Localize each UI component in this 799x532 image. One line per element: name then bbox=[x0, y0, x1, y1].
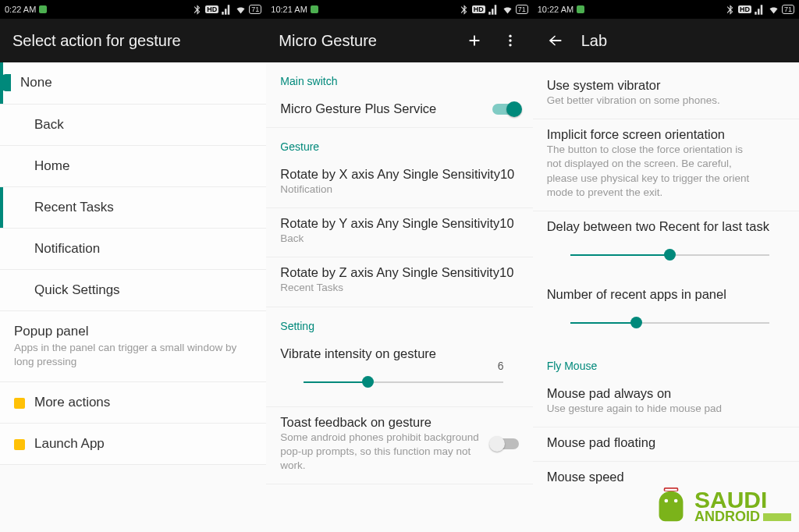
setting-label: Delay between two Recent for last task bbox=[547, 219, 785, 234]
signal-icon bbox=[754, 4, 765, 16]
list-item-label: Popup panel bbox=[14, 324, 252, 339]
status-app-badge bbox=[577, 5, 584, 13]
page-title: Select action for gesture bbox=[12, 32, 181, 50]
pane-lab: 10:22 AM HD 71 Lab Use system vibrator G… bbox=[533, 0, 799, 532]
mouse-pad-floating[interactable]: Mouse pad floating bbox=[533, 427, 799, 462]
overflow-button[interactable] bbox=[500, 30, 520, 51]
setting-label: Rotate by Y axis Any Single Sensitivity1… bbox=[280, 216, 518, 231]
list-item-label: None bbox=[20, 75, 252, 90]
gesture-y-axis[interactable]: Rotate by Y axis Any Single Sensitivity1… bbox=[266, 208, 532, 257]
mouse-speed[interactable]: Mouse speed bbox=[533, 462, 799, 495]
status-time: 10:21 AM bbox=[271, 5, 307, 14]
action-popup-panel[interactable]: Popup panel Apps in the panel can trigge… bbox=[0, 311, 266, 382]
more-vert-icon bbox=[502, 33, 518, 48]
signal-icon bbox=[221, 4, 233, 16]
mouse-pad-always-on[interactable]: Mouse pad always on Use gesture again to… bbox=[533, 378, 799, 427]
setting-sub: Use gesture again to hide mouse pad bbox=[547, 402, 758, 416]
section-gesture: Gesture bbox=[266, 128, 532, 159]
setting-sub: Recent Tasks bbox=[280, 281, 491, 295]
list-item-label: More actions bbox=[34, 395, 252, 410]
wifi-icon bbox=[235, 4, 247, 16]
setting-sub: Notification bbox=[280, 183, 491, 197]
action-back[interactable]: Back bbox=[0, 105, 266, 146]
delay-slider[interactable] bbox=[570, 245, 769, 265]
setting-sub: The button to close the force orientatio… bbox=[547, 143, 758, 200]
vibrate-slider[interactable]: 6 bbox=[304, 372, 502, 392]
action-recent-tasks[interactable]: Recent Tasks bbox=[0, 187, 266, 229]
setting-label: Mouse pad always on bbox=[547, 386, 785, 401]
titlebar: Select action for gesture bbox=[0, 19, 266, 62]
bluetooth-icon bbox=[191, 4, 203, 16]
vibrate-intensity[interactable]: Vibrate intensity on gesture 6 bbox=[266, 339, 532, 406]
setting-sub: Get better vibration on some phones. bbox=[547, 94, 758, 108]
micro-gesture-service-toggle[interactable]: Micro Gesture Plus Service bbox=[266, 94, 532, 128]
page-title: Micro Gesture bbox=[279, 32, 377, 50]
pane-action-select: 0:22 AM HD 71 Select action for gesture … bbox=[0, 0, 266, 532]
slider-thumb[interactable] bbox=[362, 376, 374, 388]
gesture-z-axis[interactable]: Rotate by Z axis Any Single Sensitivity1… bbox=[266, 257, 532, 307]
status-app-badge bbox=[311, 5, 318, 13]
list-item-label: Launch App bbox=[34, 436, 252, 452]
list-item-sub: Apps in the panel can trigger a small wi… bbox=[14, 341, 252, 369]
arrow-back-icon bbox=[547, 32, 564, 49]
list-item-label: Home bbox=[34, 158, 252, 174]
slider-fill bbox=[570, 322, 636, 324]
status-time: 10:22 AM bbox=[538, 5, 574, 14]
hd-icon: HD bbox=[738, 5, 751, 13]
use-system-vibrator[interactable]: Use system vibrator Get better vibration… bbox=[533, 62, 799, 119]
list-item-label: Back bbox=[34, 117, 252, 133]
wifi-icon bbox=[502, 4, 513, 16]
delay-between-recent[interactable]: Delay between two Recent for last task bbox=[533, 211, 799, 279]
setting-label: Use system vibrator bbox=[547, 78, 785, 93]
toggle-switch[interactable] bbox=[492, 104, 519, 115]
page-title: Lab bbox=[581, 32, 607, 50]
svg-point-0 bbox=[509, 35, 511, 37]
setting-label: Number of recent apps in panel bbox=[547, 287, 785, 302]
recent-slider[interactable] bbox=[570, 313, 769, 333]
status-app-badge bbox=[39, 5, 47, 13]
plus-icon bbox=[466, 32, 483, 49]
slider-thumb[interactable] bbox=[664, 249, 676, 261]
slider-thumb[interactable] bbox=[630, 317, 642, 328]
status-icons: HD 71 bbox=[191, 4, 261, 16]
battery-icon: 71 bbox=[782, 5, 794, 14]
setting-sub: Some android phones prohibit background … bbox=[280, 431, 491, 473]
wifi-icon bbox=[768, 4, 779, 16]
action-home[interactable]: Home bbox=[0, 146, 266, 187]
setting-label: Rotate by Z axis Any Single Sensitivity1… bbox=[280, 265, 518, 280]
titlebar: Micro Gesture bbox=[266, 19, 532, 62]
chevron-icon bbox=[14, 439, 25, 450]
action-launch-app[interactable]: Launch App bbox=[0, 424, 266, 465]
status-time: 0:22 AM bbox=[5, 5, 36, 14]
action-more-actions[interactable]: More actions bbox=[0, 382, 266, 424]
toast-feedback-toggle[interactable]: Toast feedback on gesture Some android p… bbox=[266, 406, 532, 485]
slider-fill bbox=[570, 254, 670, 256]
action-quick-settings[interactable]: Quick Settings bbox=[0, 270, 266, 311]
bluetooth-icon bbox=[724, 4, 736, 16]
pane-micro-gesture: 10:21 AM HD 71 Micro Gesture Main switch… bbox=[266, 0, 532, 532]
spacer-icon bbox=[14, 120, 25, 131]
svg-point-1 bbox=[509, 39, 511, 41]
settings-list: Main switch Micro Gesture Plus Service G… bbox=[266, 62, 532, 532]
setting-label: Mouse speed bbox=[547, 470, 785, 484]
add-button[interactable] bbox=[464, 30, 485, 51]
gesture-x-axis[interactable]: Rotate by X axis Any Single Sensitivity1… bbox=[266, 159, 532, 208]
titlebar: Lab bbox=[533, 19, 799, 62]
slider-value: 6 bbox=[498, 360, 504, 372]
back-button[interactable] bbox=[545, 30, 566, 51]
action-notification[interactable]: Notification bbox=[0, 229, 266, 270]
signal-icon bbox=[488, 4, 499, 16]
svg-point-2 bbox=[509, 44, 511, 46]
implicit-force-orientation[interactable]: Implicit force screen orientation The bu… bbox=[533, 119, 799, 211]
toggle-switch[interactable] bbox=[492, 438, 519, 449]
number-recent-apps[interactable]: Number of recent apps in panel bbox=[533, 279, 799, 347]
hd-icon: HD bbox=[472, 5, 485, 13]
status-bar: 10:21 AM HD 71 bbox=[266, 0, 532, 19]
lab-settings-list: Use system vibrator Get better vibration… bbox=[533, 62, 799, 532]
spacer-icon bbox=[14, 203, 25, 214]
setting-label: Vibrate intensity on gesture bbox=[280, 346, 518, 361]
action-none[interactable]: None bbox=[0, 62, 266, 105]
action-list: None Back Home Recent Tasks Notification… bbox=[0, 62, 266, 532]
section-main-switch: Main switch bbox=[266, 62, 532, 94]
list-item-label: Recent Tasks bbox=[34, 200, 252, 215]
